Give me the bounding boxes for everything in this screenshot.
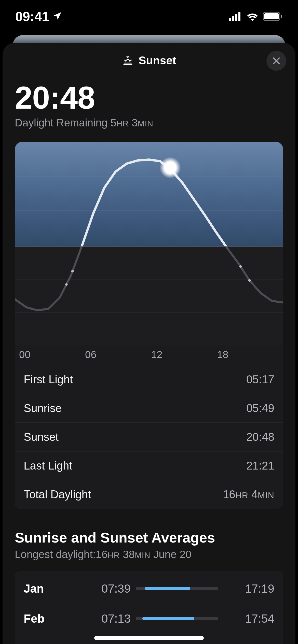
home-indicator[interactable] — [94, 636, 204, 640]
avg-month: Feb — [24, 612, 75, 625]
detail-value: 05:17 — [246, 373, 274, 386]
svg-point-16 — [65, 283, 68, 286]
avg-row-jan: Jan 07:39 17:19 — [15, 574, 283, 604]
x-tick-06: 06 — [85, 349, 151, 360]
svg-rect-6 — [281, 15, 282, 18]
averages-title: Sunrise and Sunset Averages — [15, 529, 283, 546]
svg-point-18 — [239, 265, 242, 268]
detail-row-first-light: First Light 05:17 — [15, 365, 283, 394]
avg-month: Mar — [24, 642, 75, 644]
detail-row-total-daylight: Total Daylight 16HR 4MIN — [15, 480, 283, 509]
detail-value: 16HR 4MIN — [223, 488, 274, 501]
x-tick-18: 18 — [217, 349, 283, 360]
sheet-header: Sunset — [3, 43, 295, 78]
wifi-icon — [246, 9, 259, 24]
avg-sunrise: 07:39 — [80, 582, 131, 595]
avg-month: Jan — [24, 582, 75, 595]
sheet-content[interactable]: 20:48 Daylight Remaining 5HR 3MIN — [3, 81, 295, 644]
sheet-title: Sunset — [139, 54, 176, 67]
detail-label: Total Daylight — [24, 488, 91, 501]
svg-rect-5 — [264, 13, 279, 19]
sun-detail-rows: First Light 05:17 Sunrise 05:49 Sunset 2… — [15, 365, 283, 509]
detail-label: Sunset — [24, 431, 59, 443]
avg-sunset: 17:19 — [223, 582, 274, 595]
avg-sunrise: 07:13 — [80, 612, 131, 625]
avg-bar — [136, 617, 218, 620]
detail-label: Sunrise — [24, 402, 62, 415]
status-bar: 09:41 — [0, 0, 298, 36]
avg-bar-fill — [145, 587, 190, 590]
detail-row-sunset: Sunset 20:48 — [15, 422, 283, 451]
x-tick-12: 12 — [151, 349, 217, 360]
sunset-icon — [122, 54, 134, 67]
avg-sunrise: 07:06 — [80, 642, 131, 644]
svg-rect-0 — [229, 18, 231, 21]
chart-x-ticks: 00 06 12 18 — [15, 345, 283, 365]
sun-elevation-chart[interactable] — [15, 142, 283, 345]
svg-rect-1 — [232, 16, 234, 21]
svg-point-17 — [71, 270, 74, 272]
location-arrow-icon — [52, 9, 62, 24]
daylight-remaining: Daylight Remaining 5HR 3MIN — [15, 117, 283, 129]
detail-label: First Light — [24, 373, 73, 386]
x-tick-00: 00 — [19, 349, 85, 360]
avg-row-feb: Feb 07:13 17:54 — [15, 604, 283, 634]
sun-chart-card: 00 06 12 18 First Light 05:17 Sunrise 05… — [15, 142, 283, 509]
averages-card: Jan 07:39 17:19 Feb 07:13 17:54 Mar 07:0… — [15, 571, 283, 644]
battery-icon — [263, 9, 283, 24]
sunset-time-large: 20:48 — [15, 81, 283, 114]
sunset-detail-sheet: Sunset 20:48 Daylight Remaining 5HR 3MIN — [3, 43, 295, 644]
avg-sunset: 19:04 — [223, 642, 274, 644]
averages-subtitle: Longest daylight:16HR 38MIN June 20 — [15, 548, 283, 561]
sheet-title-wrap: Sunset — [122, 54, 176, 67]
svg-rect-2 — [235, 14, 237, 21]
detail-row-sunrise: Sunrise 05:49 — [15, 394, 283, 422]
avg-bar-fill — [142, 617, 194, 620]
status-left: 09:41 — [15, 9, 62, 24]
svg-rect-3 — [238, 12, 240, 21]
detail-row-last-light: Last Light 21:21 — [15, 451, 283, 480]
status-time: 09:41 — [15, 9, 49, 24]
avg-sunset: 17:54 — [223, 612, 274, 625]
detail-label: Last Light — [24, 459, 72, 472]
close-button[interactable] — [266, 51, 286, 71]
detail-value: 21:21 — [246, 459, 274, 472]
svg-point-21 — [164, 162, 176, 174]
detail-value: 05:49 — [246, 402, 274, 415]
detail-value: 20:48 — [246, 431, 274, 443]
avg-bar — [136, 587, 218, 590]
status-right — [229, 9, 283, 24]
svg-point-19 — [248, 279, 251, 282]
cellular-icon — [229, 9, 242, 24]
close-icon — [272, 56, 281, 66]
